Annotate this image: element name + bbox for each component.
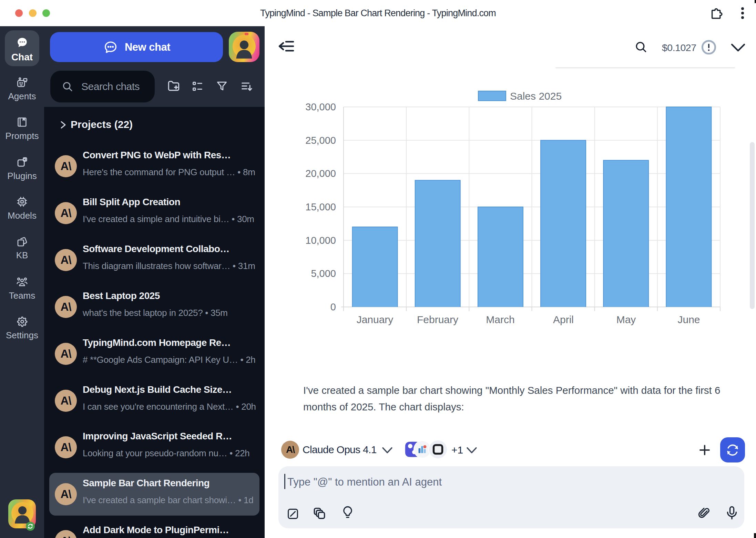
svg-text:January: January (357, 314, 394, 325)
svg-text:5,000: 5,000 (311, 268, 336, 279)
svg-text:February: February (417, 314, 458, 325)
svg-text:Sales 2025: Sales 2025 (510, 90, 562, 102)
svg-text:30,000: 30,000 (305, 101, 336, 112)
svg-text:20,000: 20,000 (305, 168, 336, 179)
svg-text:June: June (677, 314, 700, 325)
svg-text:April: April (553, 314, 574, 325)
svg-text:March: March (486, 314, 514, 325)
svg-text:15,000: 15,000 (305, 201, 336, 212)
svg-text:25,000: 25,000 (305, 135, 336, 146)
svg-text:May: May (616, 314, 636, 325)
svg-text:10,000: 10,000 (305, 235, 336, 246)
svg-text:0: 0 (330, 301, 336, 312)
